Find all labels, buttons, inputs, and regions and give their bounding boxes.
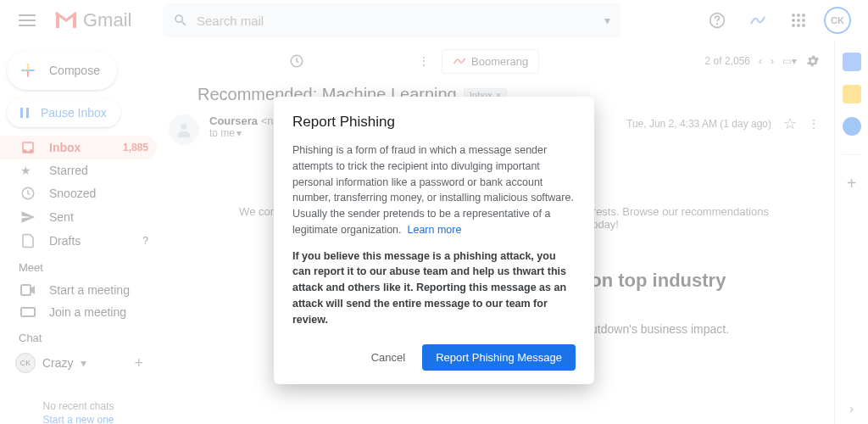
- cancel-button[interactable]: Cancel: [363, 344, 414, 371]
- modal-overlay: Report Phishing Phishing is a form of fr…: [0, 0, 868, 424]
- report-phishing-dialog: Report Phishing Phishing is a form of fr…: [274, 97, 594, 384]
- dialog-description: Phishing is a form of fraud in which a m…: [292, 142, 576, 238]
- dialog-warning: If you believe this message is a phishin…: [292, 248, 576, 328]
- learn-more-link[interactable]: Learn more: [408, 224, 462, 236]
- dialog-title: Report Phishing: [292, 114, 576, 131]
- report-phishing-button[interactable]: Report Phishing Message: [422, 344, 576, 371]
